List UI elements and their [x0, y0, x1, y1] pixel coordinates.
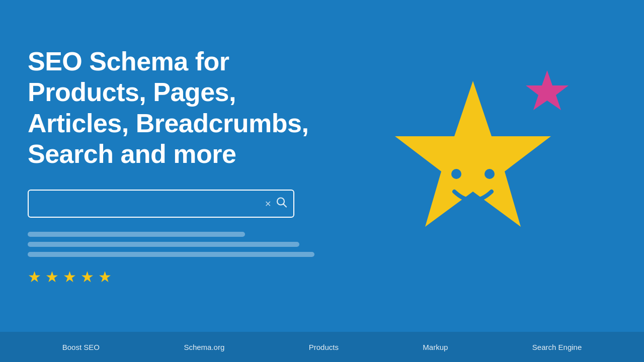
nav-item-markup[interactable]: Markup: [423, 343, 448, 351]
svg-point-5: [485, 169, 495, 179]
skeleton-lines: [28, 232, 330, 257]
main-content: SEO Schema for Products, Pages, Articles…: [0, 0, 644, 332]
svg-point-4: [451, 169, 461, 179]
search-icons: ✕: [265, 197, 287, 211]
headline: SEO Schema for Products, Pages, Articles…: [28, 46, 330, 169]
right-section: [330, 58, 616, 274]
star-5: ★: [98, 268, 112, 286]
nav-item-search-engine[interactable]: Search Engine: [532, 343, 582, 351]
star-4: ★: [80, 268, 94, 286]
star-illustration: [360, 58, 586, 274]
search-input[interactable]: [28, 190, 294, 218]
clear-icon[interactable]: ✕: [265, 199, 271, 209]
star-1: ★: [28, 268, 41, 286]
star-2: ★: [45, 268, 59, 286]
footer-nav: Boost SEO Schema.org Products Markup Sea…: [0, 332, 644, 362]
nav-item-boost-seo[interactable]: Boost SEO: [62, 343, 100, 351]
search-box-wrapper: ✕: [28, 190, 294, 218]
big-yellow-star-icon: [380, 76, 566, 274]
skeleton-line-2: [28, 242, 299, 247]
skeleton-line-3: [28, 252, 314, 257]
svg-line-1: [284, 204, 287, 207]
stars-row: ★ ★ ★ ★ ★: [28, 268, 330, 286]
search-icon[interactable]: [276, 197, 287, 211]
svg-marker-3: [395, 81, 551, 227]
left-section: SEO Schema for Products, Pages, Articles…: [28, 46, 330, 286]
nav-item-schema-org[interactable]: Schema.org: [184, 343, 224, 351]
nav-item-products[interactable]: Products: [309, 343, 339, 351]
skeleton-line-1: [28, 232, 245, 237]
star-3: ★: [63, 268, 76, 286]
